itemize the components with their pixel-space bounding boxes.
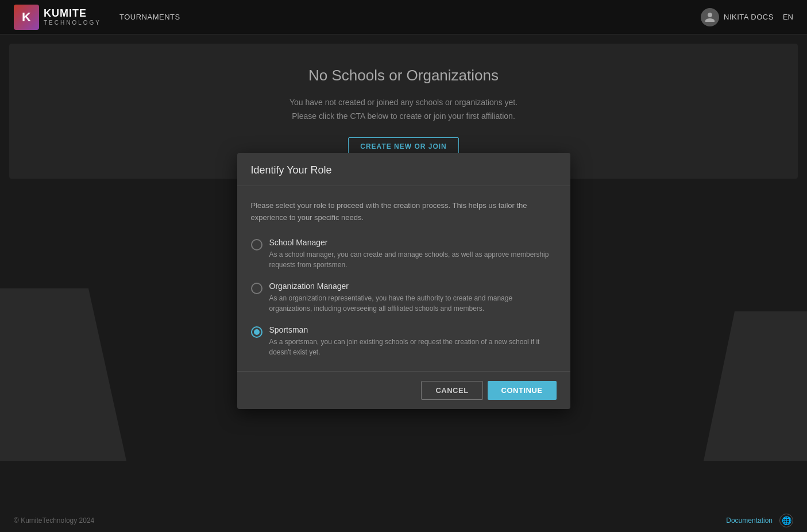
user-name: NIKITA DOCS [724, 13, 774, 21]
logo-kumite-text: KUMITE [44, 8, 101, 20]
role-name-school-manager: School Manager [269, 238, 557, 247]
role-option-org-manager[interactable]: Organization Manager As an organization … [251, 282, 557, 314]
modal-title: Identify Your Role [251, 164, 557, 176]
role-content-sportsman: Sportsman As a sportsman, you can join e… [269, 325, 557, 357]
header-right: NIKITA DOCS EN [701, 8, 793, 26]
app-header: K KUMITE TECHNOLOGY TOURNAMENTS NIKITA D… [0, 0, 807, 34]
header-left: K KUMITE TECHNOLOGY TOURNAMENTS [14, 5, 180, 30]
role-desc-org-manager: As an organization representative, you h… [269, 293, 557, 314]
role-name-sportsman: Sportsman [269, 325, 557, 334]
role-option-school-manager[interactable]: School Manager As a school manager, you … [251, 238, 557, 270]
modal-body: Please select your role to proceed with … [237, 186, 570, 371]
logo-text: KUMITE TECHNOLOGY [44, 8, 101, 26]
modal-description: Please select your role to proceed with … [251, 200, 557, 224]
role-option-sportsman[interactable]: Sportsman As a sportsman, you can join e… [251, 325, 557, 357]
page-wrapper: No Schools or Organizations You have not… [0, 44, 807, 518]
role-content-org-manager: Organization Manager As an organization … [269, 282, 557, 314]
user-avatar-icon [701, 8, 719, 26]
modal-dialog: Identify Your Role Please select your ro… [237, 153, 570, 409]
modal-backdrop: Identify Your Role Please select your ro… [0, 44, 807, 518]
logo-icon: K [14, 5, 39, 30]
role-desc-sportsman: As a sportsman, you can join existing sc… [269, 337, 557, 357]
lang-selector[interactable]: EN [783, 13, 793, 21]
modal-header: Identify Your Role [237, 153, 570, 186]
role-name-org-manager: Organization Manager [269, 282, 557, 291]
role-content-school-manager: School Manager As a school manager, you … [269, 238, 557, 270]
logo[interactable]: K KUMITE TECHNOLOGY [14, 5, 101, 30]
modal-footer: CANCEL CONTINUE [237, 371, 570, 409]
radio-school-manager[interactable] [251, 239, 262, 250]
continue-button[interactable]: CONTINUE [488, 381, 557, 400]
nav-tournaments[interactable]: TOURNAMENTS [119, 13, 180, 21]
cancel-button[interactable]: CANCEL [421, 381, 482, 400]
user-info[interactable]: NIKITA DOCS [701, 8, 774, 26]
radio-sportsman[interactable] [251, 326, 262, 338]
logo-technology-text: TECHNOLOGY [44, 20, 101, 26]
radio-org-manager[interactable] [251, 283, 262, 294]
role-desc-school-manager: As a school manager, you can create and … [269, 249, 557, 270]
